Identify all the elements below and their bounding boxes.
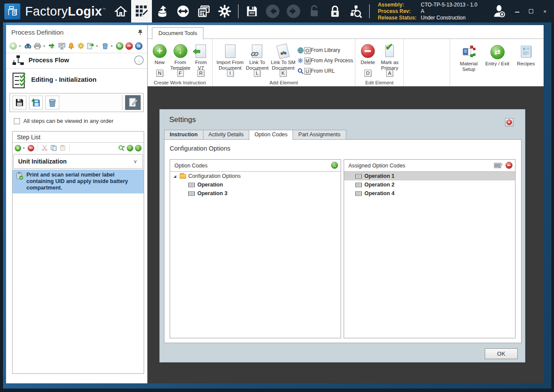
assign-option-button[interactable]: → [331,162,338,169]
assigned-item-selected[interactable]: Operation 1 [344,172,515,180]
unassign-option-button[interactable] [506,162,512,169]
chevron-down-icon[interactable]: ∨ [133,158,137,164]
copy-icon[interactable] [50,145,57,152]
process-definition-button[interactable] [131,0,152,22]
edit-assigned-button[interactable] [494,162,502,169]
recipes-button[interactable]: Recipes [512,42,540,80]
process-flow-row[interactable]: Process Flow ↓ [6,54,147,67]
export-process-icon[interactable] [48,42,56,50]
editing-header-row: Editing - Initialization [6,70,147,90]
zoom-step-icon[interactable] [118,145,125,152]
order-checkbox[interactable] [14,118,20,124]
step-item-selected[interactable]: Print and scan serial number label conta… [13,170,144,193]
cut-icon[interactable] [41,145,48,152]
pin-icon[interactable] [138,29,143,35]
alert-bell-icon[interactable] [68,42,75,50]
keytip-from-template: F [177,70,184,77]
delete-step-button[interactable] [45,96,59,109]
remove-step-icon[interactable] [28,145,34,151]
delete-element-button[interactable]: Delete D [358,42,378,83]
from-library-button[interactable]: O From Library [297,46,353,55]
lock-revision-button[interactable] [325,0,345,22]
discard-process-icon[interactable] [101,42,109,50]
tab-activity-details[interactable]: Activity Details [203,130,249,140]
dialog-title: Settings [169,116,196,124]
presentation-icon[interactable] [58,42,65,50]
tree-root-label: Configuration Options [188,173,241,179]
close-icon: × [506,119,512,125]
assigned-item[interactable]: Operation 2 [344,180,515,189]
collapse-circle-icon[interactable]: ↓ [134,55,144,65]
minimize-button[interactable] [514,8,520,15]
move-up-icon[interactable]: ↑ [127,145,133,151]
editing-toolbar [10,93,144,112]
step-group-header[interactable]: Unit Initialization ∨ [13,154,143,169]
process-rev-label: Process Rev: [378,8,416,15]
keytip-from-library: O [304,47,310,54]
from-any-process-button[interactable]: M From Any Process [297,56,353,65]
remove-icon[interactable] [126,42,133,50]
tree-root-row[interactable]: ◢ Configuration Options [170,172,341,180]
logout-user-icon[interactable] [492,4,506,19]
from-template-button[interactable]: ↓ From Template F [169,42,192,83]
close-button[interactable]: × [542,8,548,15]
documents-button[interactable] [193,0,214,22]
add-step-icon[interactable]: + [15,145,21,151]
barcode-icon [355,174,362,179]
window-frame: Process Definition + ▾ ▾ ▾ ▾ ↻ [0,22,554,392]
process-settings-gear-icon[interactable] [77,42,84,50]
add-step-dropdown-icon[interactable]: ▾ [23,146,26,150]
add-process-dropdown-icon[interactable]: ▾ [19,44,22,48]
tab-option-codes[interactable]: Option Codes [249,130,293,140]
mark-as-primary-button[interactable]: ✔ Mark as Primary A [378,42,402,83]
data-import-button[interactable] [152,0,173,22]
move-down-icon[interactable]: ↓ [135,145,142,151]
option-codes-tab-panel: Configuration Options Option Codes → ◢ [164,139,522,343]
import-from-document-button[interactable]: Import From Document I [215,42,245,83]
forward-button[interactable] [283,0,304,22]
edit-instruction-toggle[interactable] [125,95,141,110]
publish-process-icon[interactable] [87,42,94,50]
option-code-item[interactable]: Operation [170,180,341,189]
add-process-icon[interactable]: + [10,42,17,50]
settings-gear-button[interactable] [214,0,235,22]
save-step-button[interactable] [13,96,26,109]
process-search-button[interactable] [345,0,366,22]
print-icon[interactable] [34,42,41,50]
ok-button[interactable]: OK [485,348,518,359]
from-url-button[interactable]: U From URL [297,67,353,75]
home-button[interactable] [110,0,131,22]
find-icon[interactable] [24,42,32,50]
back-button[interactable] [262,0,283,22]
save-button[interactable] [242,0,262,22]
new-button[interactable]: + New N [150,42,169,83]
step-clipboard-icon [16,172,23,180]
link-to-document-button[interactable]: Link To Document L [245,42,269,83]
tab-document-tools[interactable]: Document Tools [152,27,203,39]
discard-dropdown-icon[interactable]: ▾ [111,44,114,48]
entry-exit-button[interactable]: ⇄ Entry / Exit [483,42,512,80]
material-setup-button[interactable]: Material Setup [454,42,483,80]
process-rev-value: A [421,8,477,15]
assigned-item[interactable]: Operation 4 [344,189,515,198]
print-dropdown-icon[interactable]: ▾ [43,44,46,48]
publish-dropdown-icon[interactable]: ▾ [96,44,99,48]
configuration-options-heading: Configuration Options [170,145,230,152]
dialog-close-button[interactable]: × [505,118,513,126]
option-code-item[interactable]: Operation 3 [170,189,341,198]
hold-icon[interactable] [135,42,142,50]
tab-part-assignments[interactable]: Part Assignments [293,130,346,140]
ribbon-utility-group: Material Setup ⇄ Entry / Exit Recipes [450,39,544,86]
maximize-button[interactable] [528,8,534,15]
refresh-icon[interactable]: ↻ [116,42,123,50]
option-codes-listbox: Option Codes → ◢ Configuration Options [170,159,341,338]
link-to-sm-document-button[interactable]: Link To SM Document K [269,42,297,83]
import-step-button[interactable] [29,96,43,109]
sync-button[interactable] [173,0,193,22]
unlock-button[interactable] [304,0,325,22]
tree-expander-icon[interactable]: ◢ [174,174,178,178]
from-v7-button[interactable]: From V7 R [191,42,210,83]
tab-instruction[interactable]: Instruction [164,130,203,140]
paste-icon[interactable] [59,145,66,152]
new-plus-icon: + [153,44,167,58]
